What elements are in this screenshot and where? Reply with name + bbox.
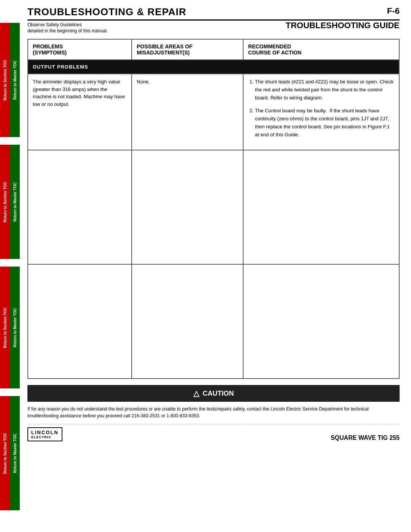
- col-header-action: RECOMMENDEDCOURSE OF ACTION: [243, 39, 399, 60]
- return-section-toc-3[interactable]: Return to Section TOC: [0, 267, 10, 388]
- caution-box: △ CAUTION: [27, 385, 400, 402]
- action-cell-3: [243, 264, 399, 379]
- return-section-toc-4[interactable]: Return to Section TOC: [0, 396, 10, 510]
- safety-block: Observe Safety Guidelines detailed in th…: [27, 22, 286, 34]
- lincoln-sub: ELECTRIC: [31, 435, 59, 439]
- return-section-toc-1[interactable]: Return to Section TOC: [0, 23, 10, 137]
- table-row: The ammeter displays a very high value (…: [28, 74, 399, 150]
- side-tab-group-1: Return to Section TOC Return to Master T…: [0, 23, 20, 137]
- return-master-toc-1[interactable]: Return to Master TOC: [10, 23, 20, 137]
- return-master-toc-2[interactable]: Return to Master TOC: [10, 145, 20, 259]
- page-number: F-6: [387, 6, 400, 16]
- return-master-toc-3[interactable]: Return to Master TOC: [10, 267, 20, 388]
- header-row: Observe Safety Guidelines detailed in th…: [27, 22, 400, 34]
- action-cell-1: The shunt leads (#221 and #222) may be l…: [243, 74, 399, 150]
- misadj-cell-2: [132, 150, 243, 264]
- safety-line1: Observe Safety Guidelines: [27, 22, 286, 27]
- lincoln-logo: LINCOLN ELECTRIC: [27, 427, 62, 441]
- misadj-cell-3: [132, 264, 243, 379]
- safety-line2: detailed in the beginning of this manual…: [27, 28, 286, 34]
- page-footer: LINCOLN ELECTRIC SQUARE WAVE TIG 255: [27, 424, 400, 441]
- col-header-misadjustments: POSSIBLE AREAS OFMISADJUSTMENT(S): [132, 39, 243, 60]
- table-row: [28, 150, 399, 264]
- lincoln-logo-box: LINCOLN ELECTRIC: [27, 427, 62, 441]
- troubleshooting-table: PROBLEMS(SYMPTOMS) POSSIBLE AREAS OFMISA…: [27, 39, 400, 379]
- problem-cell-2: [28, 150, 132, 264]
- table-row: [28, 264, 399, 379]
- return-section-toc-2[interactable]: Return to Section TOC: [0, 145, 10, 259]
- lincoln-name: LINCOLN: [31, 430, 59, 435]
- page-header: TROUBLESHOOTING & REPAIR F-6: [27, 0, 400, 21]
- output-problems-header: OUTPUT PROBLEMS: [28, 60, 399, 74]
- main-content: TROUBLESHOOTING & REPAIR F-6 Observe Saf…: [20, 0, 411, 532]
- problem-cell-1: The ammeter displays a very high value (…: [28, 74, 132, 150]
- side-tab-group-3: Return to Section TOC Return to Master T…: [0, 267, 20, 388]
- misadj-cell-1: None.: [132, 74, 243, 150]
- caution-label: CAUTION: [203, 390, 234, 398]
- return-master-toc-4[interactable]: Return to Master TOC: [10, 396, 20, 510]
- page-title: TROUBLESHOOTING & REPAIR: [27, 6, 186, 18]
- side-tab-group-2: Return to Section TOC Return to Master T…: [0, 145, 20, 259]
- action-cell-2: [243, 150, 399, 264]
- product-name: SQUARE WAVE TIG 255: [331, 435, 400, 441]
- side-navigation: Return to Section TOC Return to Master T…: [0, 0, 20, 532]
- section-title: TROUBLESHOOTING GUIDE: [286, 21, 400, 30]
- col-header-problems: PROBLEMS(SYMPTOMS): [28, 39, 132, 60]
- problem-cell-3: [28, 264, 132, 379]
- caution-triangle-icon: △: [193, 389, 199, 398]
- caution-text: If for any reason you do not understand …: [27, 406, 400, 419]
- side-tab-group-4: Return to Section TOC Return to Master T…: [0, 396, 20, 510]
